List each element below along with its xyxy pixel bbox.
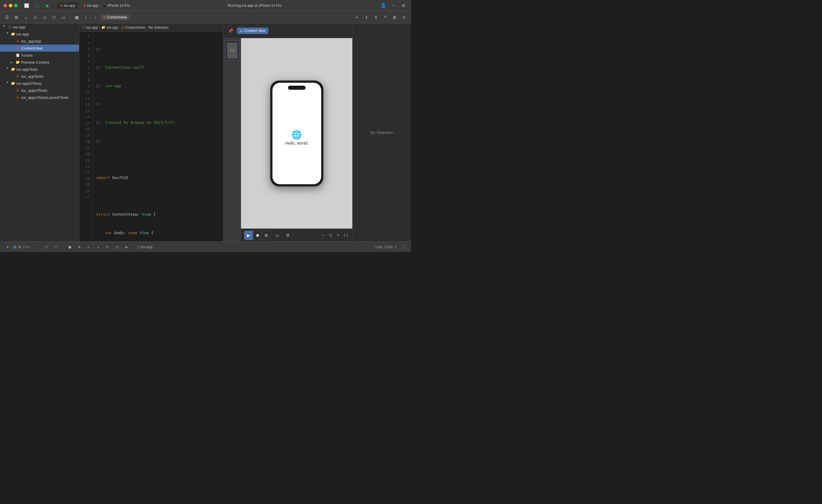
sidebar-label-ios-appUITestsLaunchTests: ios_appUITestsLaunchTests bbox=[21, 95, 69, 100]
canvas-settings-btn[interactable]: ⚙ bbox=[283, 231, 292, 240]
bottom-icon-6[interactable]: ⎇ bbox=[113, 243, 121, 251]
pin-button[interactable]: 📌 bbox=[226, 27, 235, 35]
sidebar-left-icon[interactable]: ☰ bbox=[3, 13, 11, 21]
config-icon[interactable]: ⊞ bbox=[390, 13, 399, 21]
phone-preview-container: 🌐 Hello, world! bbox=[241, 38, 352, 229]
sidebar-item-ios-app-folder[interactable]: ▶ 📁 ios-app bbox=[0, 31, 79, 38]
bottom-icon-5[interactable]: ↻ bbox=[103, 243, 111, 251]
code-content[interactable]: // // ContentView.swift // ios-app // //… bbox=[92, 32, 223, 241]
swift-icon: S bbox=[15, 88, 20, 93]
line-num: 27 bbox=[79, 194, 92, 200]
bottom-icon-2[interactable]: ⏸ bbox=[75, 243, 83, 251]
play-icon[interactable]: ▶ bbox=[43, 1, 52, 10]
titlebar-app: ios-app bbox=[87, 4, 98, 8]
zoom-actual-icon[interactable]: 1:1 bbox=[342, 232, 349, 239]
zoom-controls: − ⊡ + 1:1 bbox=[319, 232, 349, 239]
search-icon[interactable]: ⌕ bbox=[22, 13, 30, 21]
canvas-device-btn[interactable]: ▭ bbox=[273, 231, 282, 240]
panel-icon[interactable]: ≡ bbox=[400, 13, 408, 21]
add-tab-icon[interactable]: + bbox=[389, 1, 398, 10]
sidebar-item-ios-app-root[interactable]: ▶ ⬡ ios-app bbox=[0, 23, 79, 31]
code-line: // bbox=[96, 138, 220, 144]
sidebar: ▶ ⬡ ios-app ▶ 📁 ios-app ▶ S ios_appApp ▶… bbox=[0, 23, 79, 241]
zoom-in-icon[interactable]: + bbox=[335, 232, 342, 239]
bottom-icon-3[interactable]: ↙ bbox=[84, 243, 93, 251]
breadcrumb-item-1[interactable]: ios-app bbox=[86, 26, 98, 30]
status-icon-2[interactable]: ⬡ bbox=[52, 243, 60, 251]
phone-content: 🌐 Hello, world! bbox=[285, 130, 308, 146]
sidebar-label-ios-appUITests-folder: ios-appUITests bbox=[16, 81, 42, 86]
split-editor-icon[interactable]: ⫿ bbox=[362, 13, 371, 21]
content-view-button[interactable]: ▭ Content View bbox=[237, 28, 268, 34]
breadcrumb-item-3[interactable]: ContentView bbox=[125, 26, 145, 30]
canvas-stop-btn[interactable]: ⏹ bbox=[253, 231, 262, 240]
bottom-icon-1[interactable]: ◼ bbox=[66, 243, 74, 251]
rect-icon[interactable]: ▭ bbox=[59, 13, 67, 21]
editor-tab-icon: S bbox=[104, 16, 106, 19]
line-numbers: 1 2 3 4 5 6 7 8 9 10 11 12 13 14 15 16 1… bbox=[79, 32, 92, 241]
sidebar-item-PreviewContent[interactable]: ▶ 📁 Preview Content bbox=[0, 59, 79, 66]
bookmark-icon[interactable]: ◇ bbox=[40, 13, 49, 21]
inspector-icon[interactable]: ℹ bbox=[372, 13, 380, 21]
close-button[interactable] bbox=[4, 4, 7, 7]
status-icon-1[interactable]: ⬡ bbox=[42, 243, 50, 251]
sidebar-item-ContentView[interactable]: ▶ S ContentView bbox=[0, 45, 79, 52]
bottom-icon-7[interactable]: ◈ bbox=[122, 243, 130, 251]
minimize-button[interactable] bbox=[9, 4, 12, 7]
forward-nav-icon[interactable]: › bbox=[91, 13, 99, 21]
canvas-play-btn[interactable]: ▶ bbox=[244, 231, 253, 240]
toolbar-divider-1 bbox=[70, 14, 70, 20]
canvas-grid-btn[interactable]: ⊞ bbox=[262, 231, 271, 240]
sidebar-item-Assets[interactable]: ▶ 📋 Assets bbox=[0, 52, 79, 59]
line-num: 3 bbox=[79, 46, 92, 53]
code-line bbox=[96, 156, 220, 163]
layout-icon[interactable]: ▦ bbox=[72, 13, 81, 21]
main-layout: ▶ ⬡ ios-app ▶ 📁 ios-app ▶ S ios_appApp ▶… bbox=[0, 23, 411, 241]
code-token: View bbox=[142, 212, 151, 218]
fix-icon[interactable]: ⬡ bbox=[50, 13, 58, 21]
sidebar-item-ios-appUITests-folder[interactable]: ▶ 📁 ios-appUITests bbox=[0, 80, 79, 87]
filter-input[interactable] bbox=[23, 245, 40, 249]
split-view-icon[interactable]: ⊟ bbox=[399, 1, 407, 10]
code-editor[interactable]: 1 2 3 4 5 6 7 8 9 10 11 12 13 14 15 16 1… bbox=[79, 32, 223, 241]
line-num: 8 bbox=[79, 77, 92, 83]
sidebar-item-ios-appUITestsLaunchTests[interactable]: ▶ S ios_appUITestsLaunchTests bbox=[0, 94, 79, 101]
zoom-out-icon[interactable]: − bbox=[319, 232, 327, 239]
code-token: // ContentView.swift bbox=[96, 65, 144, 71]
sidebar-item-ios-appUITests[interactable]: ▶ S ios_appUITests bbox=[0, 87, 79, 94]
maximize-button[interactable] bbox=[14, 4, 18, 7]
account-icon[interactable]: 👤 bbox=[379, 1, 388, 10]
sidebar-item-ios-appApp[interactable]: ▶ S ios_appApp bbox=[0, 38, 79, 45]
canvas-toolbar: 📌 ▭ Content View bbox=[224, 23, 352, 38]
breadcrumb-item-4[interactable]: No Selection bbox=[148, 26, 168, 30]
code-token: var bbox=[105, 230, 112, 236]
back-nav-icon[interactable]: ‹ bbox=[82, 13, 90, 21]
sidebar-item-ios-appTests-folder[interactable]: ▶ 📁 ios-appTests bbox=[0, 66, 79, 73]
swift-icon: S bbox=[15, 74, 20, 79]
sidebar-toggle-icon[interactable]: ⬜ bbox=[22, 1, 31, 10]
code-line: // ContentView.swift bbox=[96, 65, 220, 71]
warning-icon[interactable]: ⚠ bbox=[31, 13, 39, 21]
breadcrumb-item-2[interactable]: ios-app bbox=[106, 26, 118, 30]
add-status-icon[interactable]: + bbox=[4, 243, 12, 251]
help-icon[interactable]: ? bbox=[381, 13, 389, 21]
canvas-controls-group: ▶ ⏹ ⊞ bbox=[244, 231, 271, 240]
swift-icon: S bbox=[15, 39, 20, 43]
thumbnail-item[interactable] bbox=[225, 40, 239, 60]
chevron-icon: ▶ bbox=[6, 67, 9, 71]
line-num: 2 bbox=[79, 40, 92, 46]
sidebar-item-ios-appTests[interactable]: ▶ S ios_appTests bbox=[0, 73, 79, 80]
phone-notch bbox=[288, 86, 306, 90]
grid-layout-icon[interactable]: ⊞ bbox=[12, 13, 21, 21]
add-file-icon[interactable]: + bbox=[353, 13, 361, 21]
app-tab[interactable]: A ios-app bbox=[57, 3, 78, 9]
code-token: SwiftUI bbox=[110, 175, 128, 181]
line-num: 1 bbox=[79, 34, 92, 40]
status-expand-icon[interactable]: ⬛ bbox=[399, 243, 407, 251]
breadcrumb: ⬡ ios-app › 📁 ios-app › S ContentView › … bbox=[79, 23, 223, 32]
chevron-icon: ▶ bbox=[6, 32, 9, 36]
chevron-icon: ▶ bbox=[3, 25, 6, 29]
stop-icon[interactable]: ⬛ bbox=[33, 1, 41, 10]
zoom-fit-icon[interactable]: ⊡ bbox=[327, 232, 334, 239]
bottom-icon-4[interactable]: ↘ bbox=[94, 243, 102, 251]
